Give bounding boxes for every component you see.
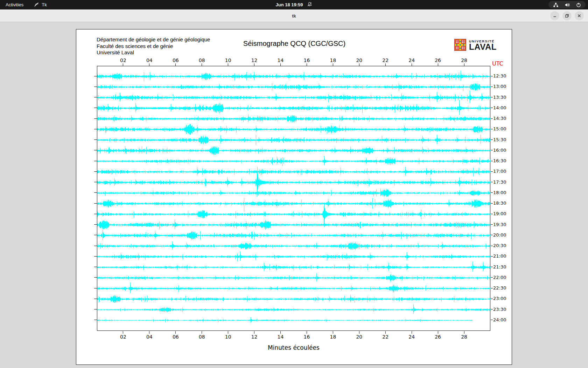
- trace-tick-right: [491, 192, 493, 193]
- x-tick-label-top: 02: [117, 57, 129, 63]
- trace-time-label: 23:00: [493, 296, 506, 301]
- close-button[interactable]: [575, 11, 584, 20]
- x-tick-bottom: [175, 331, 176, 334]
- system-status-area[interactable]: [548, 1, 586, 8]
- power-icon: [576, 2, 581, 7]
- x-tick-bottom: [307, 331, 307, 334]
- trace-tick-right: [491, 108, 493, 108]
- trace-time-label: 20:00: [493, 232, 506, 238]
- activities-button[interactable]: Activities: [0, 0, 29, 9]
- x-tick-label-bottom: 02: [117, 334, 129, 340]
- x-tick-label-bottom: 20: [353, 334, 365, 340]
- window-title: tk: [0, 9, 588, 22]
- x-tick-bottom: [149, 331, 149, 334]
- x-tick-label-top: 06: [170, 57, 182, 63]
- trace-tick-left: [94, 171, 97, 172]
- tk-root-background: Département de géologie et de génie géol…: [0, 22, 588, 368]
- x-axis-title: Minutes écoulées: [97, 344, 490, 351]
- trace-tick-right: [491, 235, 493, 235]
- minimize-button[interactable]: [550, 11, 559, 20]
- trace-tick-left: [94, 320, 97, 320]
- network-icon: [553, 2, 559, 7]
- x-tick-top: [254, 63, 254, 66]
- tk-feather-icon: [34, 2, 39, 8]
- volume-icon: [565, 2, 570, 7]
- x-tick-label-top: 10: [222, 57, 234, 63]
- trace-tick-right: [491, 299, 493, 299]
- x-tick-top: [202, 63, 202, 66]
- x-tick-top: [333, 63, 333, 66]
- trace-tick-right: [491, 182, 493, 182]
- trace-time-label: 17:00: [493, 169, 506, 174]
- window-titlebar[interactable]: tk: [0, 9, 588, 22]
- notifications-muted-icon: [307, 2, 313, 8]
- trace-time-label: 22:30: [493, 285, 506, 291]
- trace-time-label: 16:00: [493, 148, 506, 153]
- x-tick-top: [307, 63, 307, 66]
- x-tick-top: [412, 63, 412, 66]
- x-tick-label-top: 22: [379, 57, 391, 63]
- trace-time-label: 15:00: [493, 126, 506, 131]
- x-tick-label-bottom: 26: [432, 334, 444, 340]
- x-tick-label-top: 14: [275, 57, 287, 63]
- trace-time-label: 19:00: [493, 211, 506, 216]
- x-tick-bottom: [280, 331, 281, 334]
- logo-laval-text: LAVAL: [469, 43, 497, 51]
- trace-tick-right: [491, 288, 493, 288]
- trace-tick-right: [491, 97, 493, 97]
- trace-time-label: 13:00: [493, 84, 506, 89]
- x-tick-label-top: 28: [458, 57, 470, 63]
- trace-tick-right: [491, 129, 493, 129]
- trace-tick-right: [491, 214, 493, 214]
- trace-tick-left: [94, 97, 97, 97]
- trace-time-label: 14:00: [493, 105, 506, 110]
- x-tick-label-top: 26: [432, 57, 444, 63]
- trace-time-label: 17:30: [493, 179, 506, 185]
- tk-app-indicator[interactable]: Tk: [34, 2, 47, 8]
- trace-tick-left: [94, 267, 97, 267]
- x-tick-label-top: 12: [248, 57, 260, 63]
- trace-tick-left: [94, 118, 97, 119]
- x-tick-bottom: [333, 331, 333, 334]
- trace-tick-right: [491, 309, 493, 309]
- x-tick-top: [280, 63, 281, 66]
- x-tick-label-bottom: 22: [379, 334, 391, 340]
- x-tick-label-bottom: 10: [222, 334, 234, 340]
- x-tick-label-bottom: 24: [406, 334, 418, 340]
- x-tick-top: [228, 63, 228, 66]
- x-tick-top: [175, 63, 176, 66]
- x-tick-bottom: [385, 331, 386, 334]
- x-tick-bottom: [464, 331, 464, 334]
- trace-time-label: 22:00: [493, 275, 506, 280]
- trace-tick-right: [491, 320, 493, 320]
- trace-tick-left: [94, 161, 97, 161]
- tk-app-label: Tk: [42, 2, 47, 7]
- x-tick-top: [123, 63, 123, 66]
- trace-time-label: 20:30: [493, 243, 506, 248]
- trace-tick-left: [94, 203, 97, 204]
- trace-tick-right: [491, 246, 493, 246]
- trace-tick-right: [491, 267, 493, 267]
- x-tick-label-bottom: 16: [301, 334, 313, 340]
- maximize-button[interactable]: [562, 11, 572, 20]
- trace-tick-left: [94, 224, 97, 225]
- trace-time-label: 19:30: [493, 222, 506, 227]
- trace-time-label: 15:30: [493, 137, 506, 142]
- trace-time-label: 18:30: [493, 200, 506, 206]
- x-tick-top: [385, 63, 386, 66]
- x-tick-top: [359, 63, 359, 66]
- trace-time-label: 12:30: [493, 73, 506, 79]
- trace-tick-left: [94, 277, 97, 278]
- clock[interactable]: Jun 18 19:59: [275, 0, 312, 9]
- trace-tick-right: [491, 118, 493, 119]
- x-tick-bottom: [359, 331, 359, 334]
- trace-tick-left: [94, 182, 97, 182]
- trace-tick-left: [94, 246, 97, 246]
- x-tick-label-top: 24: [406, 57, 418, 63]
- trace-tick-left: [94, 192, 97, 193]
- trace-time-label: 23:30: [493, 307, 506, 312]
- x-tick-bottom: [412, 331, 412, 334]
- trace-tick-right: [491, 150, 493, 150]
- x-tick-bottom: [228, 331, 228, 334]
- x-tick-label-top: 20: [353, 57, 365, 63]
